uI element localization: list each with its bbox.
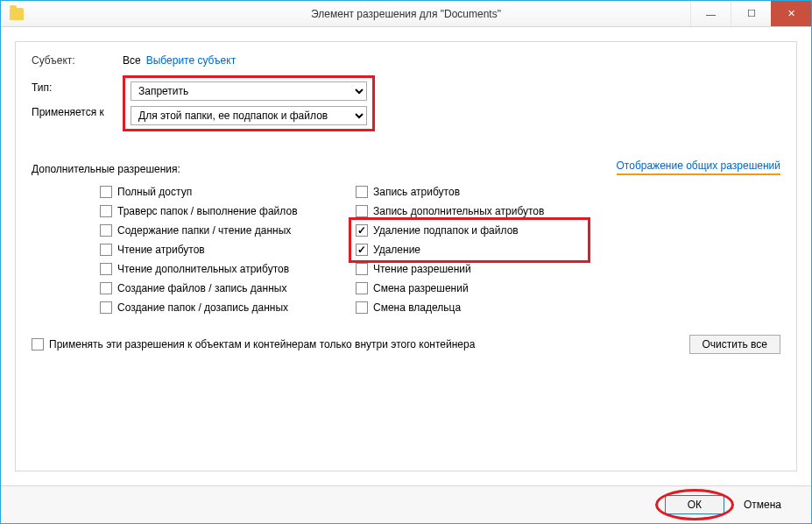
ok-button[interactable]: ОК [665, 495, 724, 514]
permissions-left-col: Полный доступ Траверс папок / выполнение… [32, 184, 356, 319]
cancel-button[interactable]: Отмена [731, 496, 794, 513]
maximize-button[interactable]: ☐ [731, 1, 771, 26]
perm-label: Содержание папки / чтение данных [117, 224, 291, 237]
permissions-right-col: Запись атрибутов Запись дополнительных а… [356, 184, 724, 319]
subject-row: Субъект: Все Выберите субъект [32, 54, 780, 67]
perm-row: Траверс папок / выполнение файлов [100, 203, 356, 219]
perm-label: Траверс папок / выполнение файлов [117, 205, 298, 217]
checkbox[interactable] [100, 224, 112, 237]
type-select[interactable]: Запретить [131, 81, 367, 101]
perm-row: Чтение атрибутов [100, 242, 356, 258]
perm-row: Содержание папки / чтение данных [100, 223, 356, 238]
perm-label: Чтение дополнительных атрибутов [117, 263, 289, 275]
minimize-button[interactable]: — [690, 1, 731, 26]
subject-all: Все [123, 54, 141, 67]
perm-row: Удаление [356, 242, 724, 258]
perm-label: Чтение атрибутов [117, 244, 205, 256]
perm-label: Полный доступ [117, 186, 192, 198]
perm-label: Чтение разрешений [373, 263, 471, 275]
checkbox[interactable] [100, 282, 112, 294]
apply-within-checkbox[interactable] [32, 338, 44, 351]
titlebar: Элемент разрешения для "Documents" — ☐ ✕ [1, 1, 811, 27]
perm-label: Запись дополнительных атрибутов [373, 205, 544, 217]
close-button[interactable]: ✕ [771, 1, 811, 26]
apply-within-label: Применять эти разрешения к объектам и ко… [49, 338, 475, 351]
select-subject-link[interactable]: Выберите субъект [146, 54, 236, 67]
perm-label: Удаление подпапок и файлов [373, 224, 519, 237]
permissions-header-row: Дополнительные разрешения: Отображение о… [32, 159, 780, 175]
checkbox[interactable] [356, 244, 368, 256]
checkbox[interactable] [100, 301, 112, 314]
type-applies-block: Тип: Применяется к Запретить Для этой па… [32, 75, 780, 131]
checkbox[interactable] [356, 282, 368, 294]
window-controls: — ☐ ✕ [690, 1, 811, 26]
subject-label: Субъект: [32, 54, 123, 67]
clear-all-button[interactable]: Очистить все [689, 335, 780, 354]
checkbox[interactable] [100, 244, 112, 256]
perm-row: Создание папок / дозапись данных [100, 300, 356, 315]
checkbox[interactable] [356, 224, 368, 237]
perm-row: Полный доступ [100, 184, 356, 200]
perm-label: Создание папок / дозапись данных [117, 301, 288, 314]
applies-select[interactable]: Для этой папки, ее подпапок и файлов [131, 106, 367, 125]
view-basic-link[interactable]: Отображение общих разрешений [617, 159, 780, 175]
checkbox[interactable] [100, 186, 112, 198]
type-label: Тип: [32, 75, 123, 100]
permissions-header: Дополнительные разрешения: [32, 163, 180, 175]
perm-label: Удаление [373, 244, 420, 256]
perm-label: Создание файлов / запись данных [117, 282, 286, 294]
content-panel: Субъект: Все Выберите субъект Тип: Приме… [15, 41, 797, 471]
content-outer: Субъект: Все Выберите субъект Тип: Приме… [1, 27, 811, 486]
checkbox[interactable] [356, 301, 368, 314]
checkbox[interactable] [100, 263, 112, 275]
perm-row: Смена владельца [356, 300, 724, 315]
perm-row: Запись дополнительных атрибутов [356, 203, 724, 219]
footer: ОК Отмена [1, 486, 811, 523]
checkbox[interactable] [356, 263, 368, 275]
perm-row: Удаление подпапок и файлов [356, 223, 724, 238]
perm-row: Чтение дополнительных атрибутов [100, 261, 356, 277]
permissions-columns: Полный доступ Траверс папок / выполнение… [32, 184, 780, 319]
apply-row: Применять эти разрешения к объектам и ко… [32, 335, 780, 354]
perm-label: Смена разрешений [373, 282, 469, 294]
highlight-selects: Запретить Для этой папки, ее подпапок и … [123, 75, 375, 131]
perm-row: Смена разрешений [356, 280, 724, 296]
perm-label: Запись атрибутов [373, 186, 460, 198]
checkbox[interactable] [356, 186, 368, 198]
applies-label: Применяется к [32, 100, 123, 124]
folder-icon [10, 8, 24, 20]
checkbox[interactable] [356, 205, 368, 217]
perm-row: Запись атрибутов [356, 184, 724, 200]
perm-label: Смена владельца [373, 301, 461, 314]
perm-row: Чтение разрешений [356, 261, 724, 277]
checkbox[interactable] [100, 205, 112, 217]
perm-row: Создание файлов / запись данных [100, 280, 356, 296]
